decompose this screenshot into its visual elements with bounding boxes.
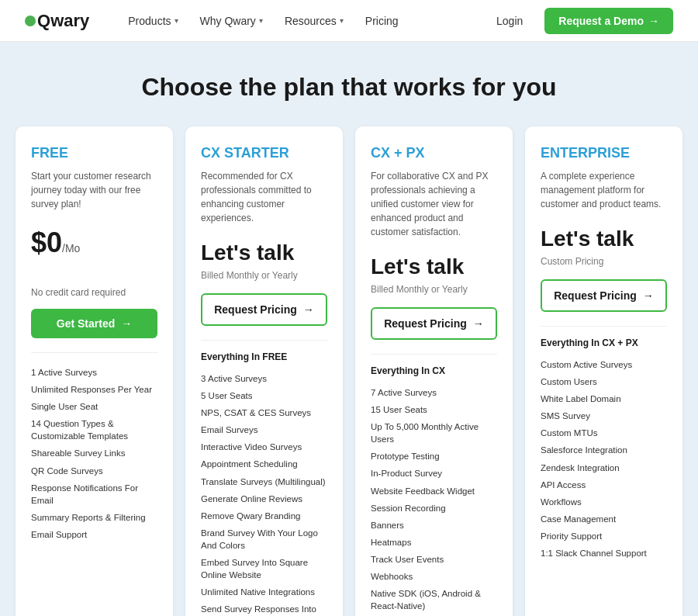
- feature-header: Everything In FREE: [201, 351, 327, 362]
- features-section: Everything In CX + PX Custom Active Surv…: [541, 326, 667, 562]
- feature-item: Prototype Testing: [371, 448, 497, 465]
- feature-item: API Access: [541, 476, 667, 493]
- feature-item: Translate Surveys (Multilingual): [201, 473, 327, 490]
- nav-pricing[interactable]: Pricing: [358, 10, 406, 32]
- cta-button-cx-px[interactable]: Request Pricing →: [371, 307, 497, 340]
- feature-item: Send Survey Responses Into Google Sheets: [201, 600, 327, 616]
- feature-item: Shareable Survey Links: [31, 445, 157, 462]
- pricing-card-free: FREE Start your customer research journe…: [16, 126, 173, 616]
- feature-item: NPS, CSAT & CES Surveys: [201, 404, 327, 421]
- cta-button-cx-starter[interactable]: Request Pricing →: [201, 293, 327, 326]
- feature-item: Zendesk Integration: [541, 459, 667, 476]
- login-button[interactable]: Login: [487, 10, 532, 32]
- feature-item: Custom Active Surveys: [541, 356, 667, 373]
- plan-title: ENTERPRISE: [541, 145, 667, 161]
- lets-talk-text: Let's talk: [541, 227, 667, 251]
- billing-note: Billed Monthly or Yearly: [201, 270, 327, 282]
- feature-item: 3 Active Surveys: [201, 370, 327, 387]
- cta-button-free[interactable]: Get Started →: [31, 309, 157, 338]
- feature-item: Banners: [371, 517, 497, 534]
- pricing-card-cx-px: CX + PX For collaborative CX and PX prof…: [355, 126, 513, 616]
- billing-note: Billed Monthly or Yearly: [371, 284, 497, 296]
- feature-item: Priority Support: [541, 528, 667, 545]
- lets-talk-text: Let's talk: [371, 254, 497, 279]
- pricing-grid: FREE Start your customer research journe…: [16, 126, 682, 616]
- feature-item: Brand Survey With Your Logo And Colors: [201, 524, 327, 554]
- feature-item: Response Notifications For Email: [31, 479, 157, 509]
- cta-label: Request Pricing: [384, 317, 467, 330]
- pricing-card-enterprise: ENTERPRISE A complete experience managem…: [525, 126, 682, 616]
- feature-header: Everything In CX: [371, 365, 497, 376]
- feature-item: 1 Active Surveys: [31, 364, 157, 381]
- logo-text: Qwary: [37, 11, 89, 31]
- feature-item: Website Feedback Widget: [371, 483, 497, 500]
- logo[interactable]: Qwary: [25, 11, 89, 31]
- no-credit-card: No credit card required: [31, 287, 157, 298]
- feature-item: Summary Reports & Filtering: [31, 509, 157, 526]
- feature-item: Unlimited Responses Per Year: [31, 381, 157, 398]
- features-section: 1 Active SurveysUnlimited Responses Per …: [31, 352, 157, 543]
- arrow-icon: →: [473, 317, 484, 330]
- price-suffix: /Mo: [62, 242, 80, 254]
- feature-item: SMS Survey: [541, 407, 667, 424]
- feature-item: In-Product Survey: [371, 465, 497, 482]
- feature-item: Remove Qwary Branding: [201, 507, 327, 524]
- feature-item: 1:1 Slack Channel Support: [541, 545, 667, 562]
- feature-item: Session Recording: [371, 500, 497, 517]
- feature-item: 7 Active Surveys: [371, 384, 497, 401]
- feature-item: Single User Seat: [31, 398, 157, 415]
- plan-desc: For collaborative CX and PX professional…: [371, 169, 497, 239]
- cta-label: Request Pricing: [554, 289, 637, 302]
- plan-title: CX + PX: [371, 145, 497, 161]
- feature-item: Appointment Scheduling: [201, 455, 327, 472]
- cta-label: Request Pricing: [214, 303, 297, 316]
- feature-item: Workflows: [541, 493, 667, 510]
- plan-desc: Start your customer research journey tod…: [31, 169, 157, 211]
- nav-products[interactable]: Products ▾: [120, 10, 185, 32]
- page-title: Choose the plan that works for you: [16, 73, 682, 102]
- nav-actions: Login Request a Demo →: [487, 8, 673, 34]
- main-content: Choose the plan that works for you FREE …: [0, 42, 698, 616]
- feature-item: Native SDK (iOS, Android & React-Native): [371, 585, 497, 614]
- cta-button-enterprise[interactable]: Request Pricing →: [541, 279, 667, 312]
- chevron-down-icon: ▾: [259, 16, 263, 25]
- chevron-down-icon: ▾: [174, 16, 178, 25]
- pricing-card-cx-starter: CX STARTER Recommended for CX profession…: [185, 126, 343, 616]
- feature-item: Generate Online Reviews: [201, 490, 327, 507]
- feature-item: Salesforce Integration: [541, 441, 667, 459]
- feature-item: 14 Question Types & Customizable Templat…: [31, 415, 157, 445]
- plan-title: CX STARTER: [201, 145, 327, 161]
- plan-desc: A complete experience management platfor…: [541, 169, 667, 211]
- feature-header: Everything In CX + PX: [541, 337, 667, 348]
- cta-label: Get Started: [57, 317, 115, 330]
- arrow-icon: →: [121, 317, 132, 330]
- feature-item: 5 User Seats: [201, 387, 327, 404]
- lets-talk-text: Let's talk: [201, 241, 327, 265]
- billing-note: [31, 264, 157, 276]
- feature-item: Custom Users: [541, 373, 667, 390]
- feature-item: Email Surveys: [201, 421, 327, 438]
- plan-desc: Recommended for CX professionals committ…: [201, 169, 327, 225]
- feature-item: Heatmaps: [371, 534, 497, 551]
- price-amount: $0: [31, 227, 62, 258]
- navbar: Qwary Products ▾ Why Qwary ▾ Resources ▾…: [0, 0, 698, 42]
- feature-item: 15 User Seats: [371, 401, 497, 418]
- feature-item: Webhooks: [371, 568, 497, 585]
- plan-title: FREE: [31, 145, 157, 161]
- nav-why-qwary[interactable]: Why Qwary ▾: [192, 10, 271, 32]
- feature-item: Interactive Video Surveys: [201, 438, 327, 455]
- price-block: $0/Mo: [31, 227, 157, 259]
- request-demo-button[interactable]: Request a Demo →: [544, 8, 673, 34]
- feature-item: QR Code Surveys: [31, 462, 157, 479]
- features-section: Everything In FREE 3 Active Surveys5 Use…: [201, 340, 327, 616]
- arrow-icon: →: [643, 289, 654, 302]
- nav-resources[interactable]: Resources ▾: [277, 10, 351, 32]
- feature-item: Email Support: [31, 526, 157, 543]
- billing-note: Custom Pricing: [541, 256, 667, 268]
- arrow-icon: →: [303, 303, 314, 316]
- feature-item: Embed Survey Into Square Online Website: [201, 554, 327, 583]
- nav-links: Products ▾ Why Qwary ▾ Resources ▾ Prici…: [120, 10, 487, 32]
- feature-item: Custom MTUs: [541, 424, 667, 441]
- feature-item: White Label Domain: [541, 390, 667, 407]
- feature-item: Unlimited Native Integrations: [201, 583, 327, 600]
